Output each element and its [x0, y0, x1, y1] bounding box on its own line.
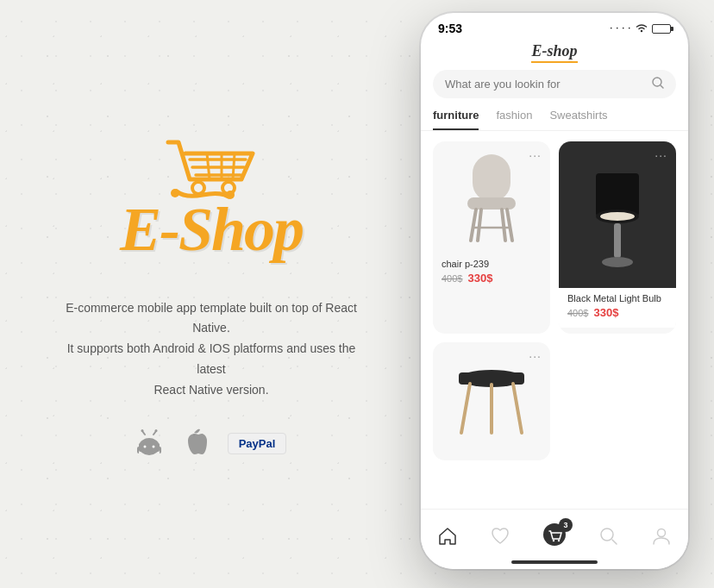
tab-furniture[interactable]: furniture [433, 109, 479, 130]
logo-area: E-Shop [120, 129, 303, 281]
svg-line-37 [513, 384, 522, 433]
chair-name: chair p-239 [442, 259, 542, 269]
profile-icon [652, 527, 671, 546]
chair-pricing: 400$ 330$ [442, 272, 542, 285]
category-tabs: furniture fashion Sweatshirts [421, 109, 688, 131]
nav-home[interactable] [438, 527, 457, 546]
product-more-button-chair[interactable]: ··· [529, 148, 542, 162]
svg-point-30 [600, 212, 635, 221]
home-icon [438, 527, 457, 546]
app-description: E-commerce mobile app template built on … [65, 298, 358, 401]
svg-line-35 [461, 384, 470, 433]
nav-search[interactable] [599, 527, 618, 546]
status-bar: 9:53 · · · · [421, 13, 688, 39]
svg-point-32 [602, 257, 633, 267]
svg-point-16 [141, 429, 143, 432]
phone-frame: 9:53 · · · · E-shop [421, 13, 688, 569]
heart-icon [491, 527, 510, 546]
product-card-lamp[interactable]: ··· [559, 141, 676, 334]
app-brand-title: E-Shop [120, 198, 303, 260]
svg-point-41 [601, 529, 613, 541]
cart-badge: 3 [559, 518, 573, 532]
battery-icon [652, 24, 671, 34]
svg-rect-31 [614, 223, 621, 258]
svg-point-12 [143, 446, 146, 448]
status-icons: · · · · [610, 22, 671, 34]
nav-wishlist[interactable] [491, 527, 510, 546]
signal-dots-icon: · · · · [610, 24, 631, 33]
android-icon [136, 428, 162, 459]
svg-line-7 [233, 153, 235, 179]
lamp-price-original: 400$ [567, 308, 588, 318]
svg-point-43 [658, 529, 666, 536]
home-indicator [511, 560, 598, 564]
left-panel: E-Shop E-commerce mobile app template bu… [0, 0, 423, 588]
lamp-pricing: 400$ 330$ [567, 306, 667, 319]
svg-line-23 [507, 210, 512, 241]
svg-rect-20 [473, 154, 510, 202]
search-bar[interactable] [433, 70, 676, 98]
lamp-name: Black Metal Light Bulb [567, 293, 667, 303]
product-card-chair[interactable]: ··· [433, 141, 550, 334]
tab-fashion[interactable]: fashion [496, 109, 532, 130]
svg-line-25 [502, 210, 505, 241]
lamp-price-sale: 330$ [593, 306, 618, 319]
svg-rect-11 [139, 443, 160, 452]
product-card-table[interactable]: ··· [433, 342, 550, 460]
svg-line-22 [471, 210, 476, 241]
search-input[interactable] [445, 78, 645, 91]
chair-price-sale: 330$ [467, 272, 492, 285]
svg-point-8 [192, 182, 204, 194]
lamp-info: Black Metal Light Bulb 400$ 330$ [559, 288, 676, 328]
product-more-button-table[interactable]: ··· [529, 349, 542, 363]
paypal-badge: PayPal [228, 433, 287, 454]
platform-badges: PayPal [136, 428, 287, 459]
apple-icon [183, 428, 207, 458]
chair-price-original: 400$ [442, 273, 462, 284]
svg-line-19 [661, 85, 663, 88]
status-time: 9:53 [438, 22, 462, 35]
nav-profile[interactable] [652, 527, 671, 546]
app-header: E-shop [421, 39, 688, 70]
svg-point-39 [553, 539, 554, 541]
product-more-button-lamp[interactable]: ··· [654, 148, 667, 162]
svg-rect-21 [467, 197, 516, 210]
search-nav-icon [599, 527, 618, 546]
wifi-icon [635, 22, 648, 34]
phone-mockup: 9:53 · · · · E-shop [421, 13, 697, 575]
products-grid: ··· [421, 141, 688, 460]
nav-cart[interactable]: 3 [543, 523, 566, 549]
app-title: E-shop [531, 42, 577, 63]
lamp-image [559, 141, 676, 288]
svg-point-13 [152, 446, 154, 448]
chair-info: chair p-239 400$ 330$ [433, 253, 550, 293]
tab-sweatshirts[interactable]: Sweatshirts [549, 109, 607, 130]
svg-point-17 [154, 429, 157, 432]
svg-point-40 [558, 539, 560, 541]
search-icon[interactable] [652, 77, 664, 91]
svg-line-42 [612, 540, 617, 544]
svg-line-24 [478, 210, 481, 241]
